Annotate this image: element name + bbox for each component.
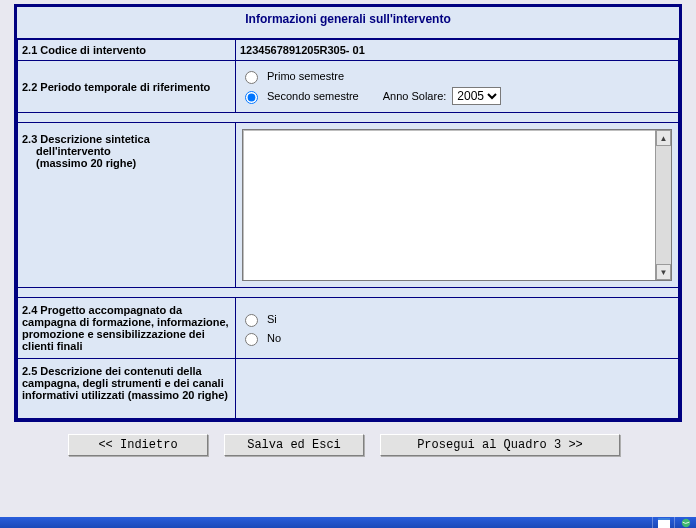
form-grid: 2.1 Codice di intervento 1234567891205R3… [17, 39, 679, 419]
radio-no[interactable] [245, 333, 258, 346]
label-progetto: 2.4 Progetto accompagnato da campagna di… [18, 298, 236, 359]
descrizione-content[interactable] [245, 132, 653, 278]
cell-contenuti [236, 359, 679, 419]
label-descrizione-l1: 2.3 Descrizione sintetica [22, 133, 229, 145]
radio-secondo-semestre[interactable] [245, 91, 258, 104]
section-title: Informazioni generali sull'intervento [17, 7, 679, 39]
anno-solare-select[interactable]: 2005 [452, 87, 501, 105]
scroll-down-icon[interactable]: ▼ [656, 264, 671, 280]
cell-periodo: Primo semestre Secondo semestre Anno Sol… [236, 61, 679, 113]
label-descrizione: 2.3 Descrizione sintetica dell'intervent… [18, 123, 236, 288]
radio-primo-semestre[interactable] [245, 71, 258, 84]
cell-descrizione: ▲ ▼ [236, 123, 679, 288]
taskbar [0, 517, 696, 528]
radio-primo-label: Primo semestre [267, 70, 344, 82]
radio-secondo-label: Secondo semestre [267, 90, 359, 102]
taskbar-globe-icon[interactable] [674, 517, 696, 528]
label-codice: 2.1 Codice di intervento [18, 40, 236, 61]
svg-rect-0 [658, 520, 670, 528]
button-bar: << Indietro Salva ed Esci Prosegui al Qu… [0, 422, 696, 456]
cell-progetto: Si No [236, 298, 679, 359]
scrollbar[interactable]: ▲ ▼ [655, 130, 671, 280]
radio-si-label: Si [267, 313, 277, 325]
spacer [18, 113, 679, 123]
descrizione-textarea[interactable]: ▲ ▼ [242, 129, 672, 281]
label-descrizione-l3: (massimo 20 righe) [22, 157, 229, 169]
back-button[interactable]: << Indietro [68, 434, 208, 456]
form-container: Informazioni generali sull'intervento 2.… [14, 4, 682, 422]
spacer [18, 288, 679, 298]
scroll-up-icon[interactable]: ▲ [656, 130, 671, 146]
label-descrizione-l2: dell'intervento [22, 145, 229, 157]
svg-rect-1 [658, 518, 670, 520]
value-codice: 1234567891205R305- 01 [236, 40, 679, 61]
radio-si[interactable] [245, 314, 258, 327]
label-periodo: 2.2 Periodo temporale di riferimento [18, 61, 236, 113]
save-button[interactable]: Salva ed Esci [224, 434, 364, 456]
anno-solare-label: Anno Solare: [383, 90, 447, 102]
radio-no-label: No [267, 332, 281, 344]
taskbar-app-icon[interactable] [652, 517, 674, 528]
next-button[interactable]: Prosegui al Quadro 3 >> [380, 434, 620, 456]
label-contenuti: 2.5 Descrizione dei contenuti della camp… [18, 359, 236, 419]
